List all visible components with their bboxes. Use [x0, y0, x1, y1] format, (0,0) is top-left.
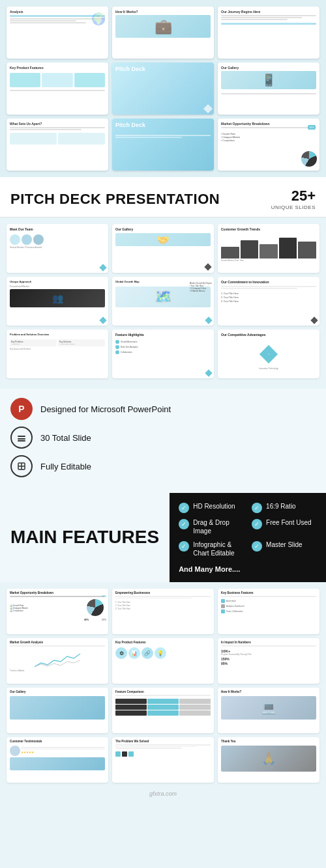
- bslide-problem-solved[interactable]: The Problem We Solved: [112, 737, 214, 783]
- slide-title: Our Gallery: [115, 227, 211, 231]
- bottom-row-3: Our Gallery Feature Comparison How It Wo…: [7, 688, 319, 733]
- slide-thumb-gallery[interactable]: Our Gallery 📱: [218, 63, 319, 115]
- gallery-image: 🤝: [115, 233, 211, 246]
- slides-row-1: Meet Our Team Hannah Morales / Francisca…: [7, 224, 319, 273]
- bslide-key-business[interactable]: Key Business Features Automation Analyti…: [218, 589, 319, 634]
- slide-thumb-competitive[interactable]: Our Competitive Advantages ✓ Innovative …: [218, 329, 319, 378]
- check-label: Master Slide: [266, 540, 303, 549]
- diamond-icon: [310, 316, 318, 324]
- slide-title: Market Opportunity Breakdown: [221, 122, 316, 126]
- check-label: Free Font Used: [266, 518, 311, 527]
- svg-rect-0: [18, 438, 25, 440]
- features-section: P Designed for Microsoft PowerPoint 30 T…: [0, 389, 326, 493]
- slide-thumb-team[interactable]: Meet Our Team Hannah Morales / Francisca…: [7, 224, 108, 273]
- check-icon: ✓: [179, 503, 189, 513]
- layers-icon: [10, 427, 33, 449]
- bslide-empowering[interactable]: Empowering Businesses 1. Your Title Here…: [112, 589, 214, 634]
- check-label: 16:9 Ratio: [266, 502, 296, 511]
- gfxtra-site: gfxtra.com: [7, 791, 319, 797]
- top-slides-section: Analysis 🌍 How It Works? 💼 Our Journey B…: [0, 0, 326, 177]
- bslide-feature-comparison[interactable]: Feature Comparison: [112, 688, 214, 733]
- bslide-testimonials[interactable]: Customer Testimonials ★★★★★: [7, 737, 108, 783]
- content-line: [10, 645, 105, 647]
- thumb-line: [115, 137, 182, 138]
- main-features-title: MAIN FEATURES: [10, 527, 159, 548]
- thumb-line: [221, 17, 302, 18]
- bslide-key-product[interactable]: Key Product Features ⚙ 📊 🔗 💡: [112, 638, 214, 684]
- slide-title: Key Product Features: [115, 641, 211, 644]
- slide-title: Market Opportunity Breakdown: [10, 591, 105, 595]
- slide-title: In Impact In Numbers: [221, 641, 316, 644]
- slide-thumb-feature-highlights[interactable]: Feature Highlights Growth Automation Rea…: [112, 329, 214, 378]
- slide-thumb-how-it-works[interactable]: How It Works? 💼: [112, 7, 214, 59]
- bslide-gallery[interactable]: Our Gallery: [7, 688, 108, 733]
- middle-slides-section: Meet Our Team Hannah Morales / Francisca…: [0, 217, 326, 389]
- how-it-works-image: 💻: [221, 696, 316, 720]
- slide-title: Key Product Features: [10, 66, 105, 70]
- thumb-line: [221, 127, 316, 128]
- slide-thumb-analysis[interactable]: Analysis 🌍: [7, 7, 108, 59]
- diamond-icon: [205, 316, 212, 324]
- bslide-market-opp[interactable]: Market Opportunity Breakdown 📊 Growth Ra…: [7, 589, 108, 634]
- slide-title: Our Competitive Advantages: [221, 333, 316, 337]
- slide-thumb-pitch-deck-2[interactable]: Pitch Deck: [112, 119, 214, 171]
- slide-title: Our Journey Begins Here: [221, 10, 316, 14]
- diamond-icon: [99, 316, 106, 324]
- slide-thumb-commitment[interactable]: Our Commitment to Innovation 1. Your Tit…: [218, 277, 319, 326]
- slide-thumb-journey[interactable]: Our Journey Begins Here: [218, 7, 319, 59]
- diamond-icon: [204, 263, 211, 270]
- bslide-impact-numbers[interactable]: In Impact In Numbers 10K+ Projects Succe…: [218, 638, 319, 684]
- thumb-line: [10, 20, 76, 21]
- slide-title: How It Works?: [221, 690, 316, 693]
- content-line: [221, 288, 297, 289]
- slide-title: The Problem We Solved: [115, 740, 211, 743]
- slides-row-2: Unique Approach Focused and Effective 👥 …: [7, 277, 319, 326]
- thumb-line: [115, 135, 211, 136]
- diamond-icon: [205, 369, 212, 376]
- powerpoint-icon: P: [10, 398, 33, 420]
- slide-title: Unique Approach: [10, 280, 105, 283]
- thumb-line: [10, 129, 82, 130]
- feature-total-slides-text: 30 Total Slide: [40, 433, 91, 443]
- slide-thumb-growth-map[interactable]: Global Growth Map 🗺️ Market Growth By Re…: [112, 277, 214, 326]
- slide-title: What Sets Us Apart?: [10, 122, 105, 126]
- check-label: HD Resolution: [193, 502, 235, 511]
- title-section: PITCH DECK PRESENTATION 25+ UNIQUE SLIDE…: [0, 177, 326, 217]
- slide-title: Our Commitment to Innovation: [221, 280, 316, 284]
- and-many-more: And Many More....: [179, 565, 317, 573]
- thumb-bar: [221, 23, 316, 25]
- check-label: Infographic & Chart Editable: [193, 540, 244, 557]
- slide-thumb-growth-trends[interactable]: Customer Growth Trends Growth Metrics Ov…: [218, 224, 319, 273]
- slide-thumb-gallery-mid[interactable]: Our Gallery 🤝: [112, 224, 214, 273]
- feature-check-dragdrop: ✓ Drag & Drop Image: [179, 518, 244, 535]
- feature-check-master: ✓ Master Slide: [252, 540, 317, 557]
- slide-thumb-unique-approach[interactable]: Unique Approach Focused and Effective 👥: [7, 277, 108, 326]
- bslide-how-it-works[interactable]: How It Works? 💻: [218, 688, 319, 733]
- percent-badge: 18%: [308, 125, 316, 130]
- slide-title: Key Business Features: [221, 591, 316, 595]
- feature-total-slides: 30 Total Slide: [10, 427, 316, 449]
- thumb-line: [10, 90, 105, 91]
- slide-title: How It Works?: [115, 10, 211, 14]
- bslide-market-growth[interactable]: Market Growth Analysis Trends in Market: [7, 638, 108, 684]
- slide-thumb-product-features[interactable]: Key Product Features: [7, 63, 108, 115]
- slide-thumb-market-opportunity[interactable]: Market Opportunity Breakdown 18% • Growt…: [218, 119, 319, 171]
- slide-title: Empowering Businesses: [115, 591, 211, 595]
- thumb-line: [221, 19, 288, 20]
- slide-title: Meet Our Team: [10, 227, 105, 231]
- bottom-row-2: Market Growth Analysis Trends in Market …: [7, 638, 319, 684]
- slide-thumb-sets-apart[interactable]: What Sets Us Apart?: [7, 119, 108, 171]
- slide-title: Feature Comparison: [115, 690, 211, 693]
- testimonial-image: [10, 757, 105, 770]
- feature-check-font: ✓ Free Font Used: [252, 518, 317, 535]
- check-icon: ✓: [252, 503, 262, 513]
- slide-thumb-pitch-deck-1[interactable]: Pitch Deck: [112, 63, 214, 115]
- main-features-section: MAIN FEATURES ✓ HD Resolution ✓ 16:9 Rat…: [0, 493, 326, 582]
- slide-title: Our Gallery: [10, 690, 105, 693]
- feature-editable: Fully Editable: [10, 455, 316, 477]
- bslide-thank-you[interactable]: Thank You 🙏: [218, 737, 319, 783]
- main-features-left: MAIN FEATURES: [0, 493, 170, 582]
- main-features-right: ✓ HD Resolution ✓ 16:9 Ratio ✓ Drag & Dr…: [170, 493, 326, 582]
- slide-thumb-problem-solution[interactable]: Problem and Solution Overview Key Proble…: [7, 329, 108, 378]
- feature-check-infographic: ✓ Infographic & Chart Editable: [179, 540, 244, 557]
